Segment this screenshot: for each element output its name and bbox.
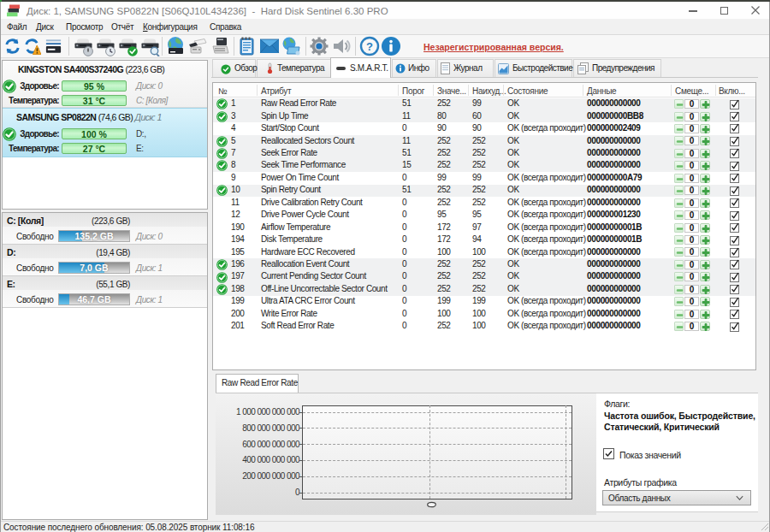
svg-text:?: ? [366, 40, 373, 53]
